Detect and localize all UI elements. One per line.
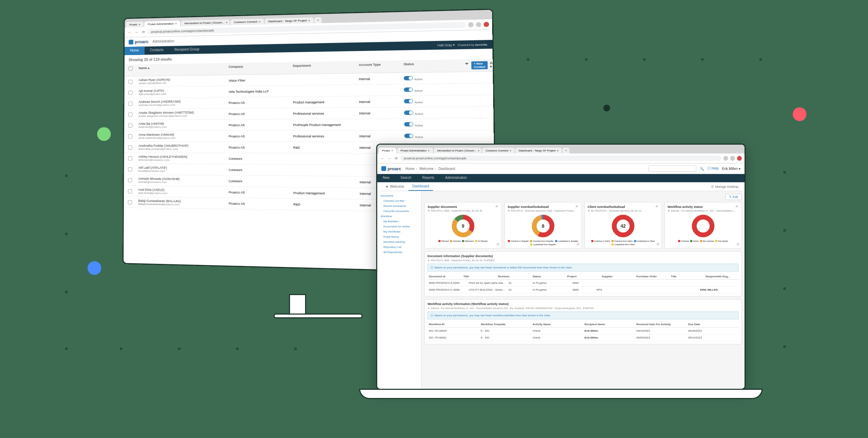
close-icon[interactable]: ✕ — [495, 204, 499, 209]
reload-icon[interactable]: ⟳ — [394, 156, 398, 161]
nav-home[interactable]: Home — [124, 47, 144, 55]
help-link[interactable]: ⓘ Help — [707, 166, 719, 171]
table-row[interactable]: 0000-PROENCO-C-0008UTILITY BUILDING - Ge… — [428, 287, 739, 293]
address-bar[interactable]: proarcai.proarconline.com/app/contact/pe… — [400, 156, 721, 161]
close-icon[interactable]: × — [226, 21, 227, 24]
search-input[interactable] — [648, 165, 696, 172]
close-icon[interactable]: ✕ — [655, 204, 659, 209]
col-header[interactable]: Revision — [497, 275, 531, 278]
sidebar-item-workflow[interactable]: Workflow — [377, 214, 421, 219]
col-name[interactable]: Name ▴ — [139, 65, 228, 74]
sidebar-item-recent-documents[interactable]: Recent documents — [377, 203, 421, 209]
table-row[interactable]: IDC-TR-00029E - IDCCheckErik Millen04/19… — [428, 328, 739, 334]
browser-tab[interactable]: Proarc Administration × — [144, 21, 180, 27]
status-toggle[interactable] — [404, 133, 413, 138]
breadcrumb-welcome[interactable]: Welcome — [419, 167, 434, 171]
new-tab-button[interactable]: + — [314, 17, 321, 23]
edit-button[interactable]: ✎ Edit — [725, 194, 742, 200]
col-header[interactable]: Title — [462, 275, 497, 278]
row-checkbox[interactable] — [128, 91, 132, 95]
nav-reports[interactable]: Reports — [417, 174, 440, 182]
sidebar-item-documents-for-review[interactable]: Documents for review — [377, 224, 421, 229]
filter-icon[interactable]: ⏷ — [428, 259, 430, 262]
col-header[interactable]: Status — [531, 275, 566, 278]
table-row[interactable]: IDC-TR-00031E - IDCCheckErik Millen05/05… — [428, 334, 739, 341]
forward-icon[interactable]: → — [134, 30, 139, 35]
browser-tab[interactable]: Introduction to Proarc | Docum... × — [181, 19, 230, 26]
table-row[interactable]: Anette Skagheim Monsen (ANETTESM)anette.… — [124, 107, 494, 120]
col-header[interactable]: Document Id — [428, 275, 462, 278]
row-checkbox[interactable] — [128, 102, 132, 106]
user-dropdown[interactable]: Halt Gray ▾ — [437, 43, 455, 47]
tab-dashboard[interactable]: Dashboard — [408, 182, 433, 191]
close-icon[interactable]: × — [308, 19, 310, 22]
action-dropdown[interactable]: Action ▾ — [490, 61, 497, 69]
col-account-type[interactable]: Account Type — [359, 63, 404, 71]
col-header[interactable]: Responsible Eng... — [704, 275, 739, 278]
manage-desktop-button[interactable]: ☰ Manage Desktop — [709, 182, 740, 191]
tab-welcome[interactable]: ★ Welcome — [381, 182, 408, 191]
back-icon[interactable]: ← — [127, 30, 132, 35]
close-icon[interactable]: × — [259, 20, 260, 23]
close-icon[interactable]: × — [428, 149, 430, 152]
browser-tab[interactable]: Dashboard - Tango XF Project × — [265, 17, 314, 25]
row-checkbox[interactable] — [128, 134, 132, 138]
browser-tab[interactable]: Coreworx Connect × — [482, 148, 515, 154]
close-icon[interactable]: × — [175, 22, 177, 25]
row-checkbox[interactable] — [128, 123, 132, 127]
nav-new[interactable]: New — [377, 174, 395, 182]
col-header[interactable]: Workflow ID — [428, 323, 479, 326]
close-icon[interactable]: × — [139, 23, 141, 26]
close-icon[interactable]: ✕ — [735, 204, 739, 209]
reload-icon[interactable]: ⟳ — [141, 30, 146, 35]
col-header[interactable]: Supplier — [601, 275, 635, 278]
col-header[interactable]: Received Date For Activity — [635, 323, 687, 326]
filter-icon[interactable]: ⏷ — [465, 62, 469, 70]
user-dropdown[interactable]: Erik Millen ▾ — [722, 167, 740, 171]
col-header[interactable]: Due Date — [687, 323, 739, 326]
refresh-icon[interactable]: ⟳ — [577, 242, 579, 246]
ext-icon[interactable] — [476, 22, 481, 27]
filter-icon[interactable]: ⏷ — [668, 210, 670, 212]
refresh-icon[interactable]: ⟳ — [737, 242, 739, 246]
browser-tab[interactable]: Proarc × — [126, 22, 144, 28]
col-department[interactable]: Department — [293, 63, 359, 72]
row-checkbox[interactable] — [128, 178, 132, 182]
sidebar-item-repository-list[interactable]: Repository List — [377, 244, 421, 250]
sidebar-item-document[interactable]: Document — [377, 193, 421, 198]
breadcrumb-home[interactable]: Home — [405, 167, 415, 171]
row-checkbox[interactable] — [128, 112, 132, 117]
col-header[interactable]: Purchase Order — [635, 275, 670, 278]
col-header[interactable]: Title — [670, 275, 704, 278]
ext-icon[interactable] — [730, 156, 735, 161]
sidebar-item-checked-out-files[interactable]: Checked out files — [377, 198, 421, 203]
sidebar-item-workflow-tracking[interactable]: Workflow tracking — [377, 239, 421, 244]
col-header[interactable]: Activity Name — [531, 323, 583, 326]
nav-recipient-group[interactable]: Recipient Group — [169, 45, 205, 54]
status-toggle[interactable] — [404, 76, 413, 80]
sidebar-item-my-activities[interactable]: My Activities — [377, 219, 421, 224]
sidebar-item-all-repositories[interactable]: All Repositories — [377, 250, 421, 255]
sidebar-item-favourite-documents[interactable]: Favourite documents — [377, 209, 421, 214]
table-row[interactable]: Anna Martinsen (ANNAM)anna.martinsen@pro… — [124, 130, 494, 142]
back-icon[interactable]: ← — [380, 156, 385, 161]
nav-contacts[interactable]: Contacts — [144, 46, 169, 55]
browser-tab[interactable]: Proarc Administration × — [397, 148, 433, 154]
nav-search[interactable]: Search — [395, 174, 417, 182]
status-toggle[interactable] — [404, 122, 413, 127]
close-icon[interactable]: × — [478, 149, 479, 152]
col-status[interactable]: Status — [404, 62, 434, 70]
status-toggle[interactable] — [404, 99, 413, 103]
nav-administration[interactable]: Administration — [440, 174, 472, 182]
ext-icon[interactable] — [723, 156, 728, 161]
close-icon[interactable]: ✕ — [575, 204, 579, 209]
ext-icon[interactable] — [468, 22, 474, 27]
sidebar-item-email-history[interactable]: Email history — [377, 234, 421, 239]
close-icon[interactable]: × — [392, 149, 393, 152]
breadcrumb-dashboard[interactable]: Dashboard — [438, 167, 455, 171]
table-row[interactable]: 0000-PROENCO-A-0004Price list for spare … — [428, 280, 739, 287]
new-contact-button[interactable]: + New Contact — [471, 61, 488, 69]
close-icon[interactable]: × — [510, 149, 511, 152]
col-header[interactable]: Recipient Name — [583, 323, 635, 326]
row-checkbox[interactable] — [128, 189, 132, 193]
